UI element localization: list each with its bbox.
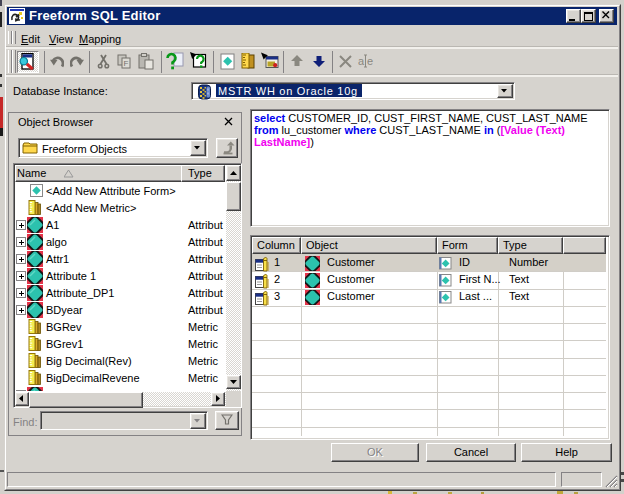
svg-text:F: F — [124, 59, 129, 68]
svg-text:a: a — [358, 55, 365, 67]
svg-text:e: e — [367, 55, 373, 67]
